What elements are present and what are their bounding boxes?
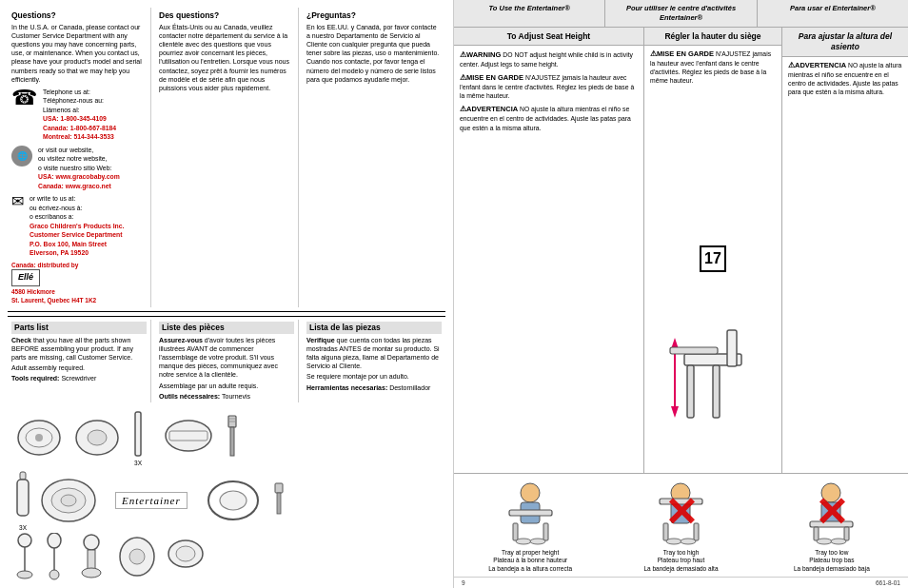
warning2-title: ⚠MISE EN GARDE xyxy=(460,73,525,82)
warning-fr1-title: ⚠MISE EN GARDE xyxy=(650,49,716,58)
svg-rect-20 xyxy=(277,493,281,514)
tray-img-high: ✕ xyxy=(650,480,712,546)
step-number: 17 xyxy=(700,245,726,272)
part-svg-1 xyxy=(13,417,66,460)
canada-address: 4580 HickmoreSt. Laurent, Quebec H4T 1K2 xyxy=(11,288,147,304)
write-details: or write to us at:ou écrivez-nous à:o es… xyxy=(30,194,124,258)
tray-label3-es: La bandeja demasiado baja xyxy=(794,565,870,573)
web-icon: 🌐 xyxy=(11,146,32,167)
svg-point-16 xyxy=(61,495,76,506)
illus-item-bottle: 3X xyxy=(13,470,32,531)
illus-item-ring xyxy=(203,477,265,524)
illus-item-toy5 xyxy=(165,533,207,580)
liste-adult: Assemblage par un adulte requis. xyxy=(159,382,294,390)
illustrations-area: 3X xyxy=(8,406,445,470)
questions-phone-block: ☎ Telephone us at:Téléphonez-nous au:Llá… xyxy=(11,88,147,142)
illus-entertainer-logo: Entertainer xyxy=(115,492,188,509)
svg-point-29 xyxy=(82,568,101,578)
svg-rect-41 xyxy=(670,347,718,354)
des-questions-body: Aux États-Unis ou au Canada, veuillez co… xyxy=(159,23,294,92)
tray-label3-en: Tray too low xyxy=(815,549,848,557)
illus-item-toy4 xyxy=(116,533,159,580)
questions-web-block: 🌐 or visit our website,ou visitez notre … xyxy=(11,146,147,191)
lista-adult: Se requiere montaje por un adulto. xyxy=(306,372,442,381)
illus-item-toy3 xyxy=(72,533,110,580)
parts-list-section: Parts list Check that you have all the p… xyxy=(8,320,151,402)
illus-item-1 xyxy=(13,417,66,460)
adjust-title: To Adjust Seat Height xyxy=(454,28,643,46)
header3-text: Para usar el Entertainer® xyxy=(790,4,876,12)
svg-point-18 xyxy=(220,491,247,510)
svg-point-62 xyxy=(831,539,846,544)
svg-point-23 xyxy=(17,571,32,578)
header2-text: Pour utiliser le centre d'activités Ente… xyxy=(626,4,736,22)
web-label: or visit our website,ou visitez notre we… xyxy=(38,146,120,173)
lista-piezas-body: Verifique que cuenta con todas las pieza… xyxy=(306,336,442,370)
parts-list-title: Parts list xyxy=(11,322,147,334)
illustrations-row3 xyxy=(8,529,445,584)
right-header: To Use the Entertainer® Pour utiliser le… xyxy=(454,0,908,28)
chair-diagram xyxy=(644,284,781,473)
phone-label: Telephone us at:Téléphonez-nous au:Lláme… xyxy=(43,88,116,115)
reglar-content: ⚠MISE EN GARDE N'AJUSTEZ jamais la haute… xyxy=(644,46,781,235)
tray-label2-fr: Plateau trop haut xyxy=(658,557,705,564)
svg-rect-12 xyxy=(20,472,26,480)
header-cell-3: Para usar el Entertainer® xyxy=(758,0,908,27)
left-page: Questions? In the U.S.A. or Canada, plea… xyxy=(0,0,454,588)
tray-img-low: ✕ xyxy=(800,480,862,546)
part-svg-tray xyxy=(38,474,100,526)
part-svg-toy1 xyxy=(13,533,37,580)
header1-text: To Use the Entertainer® xyxy=(489,4,570,12)
write-address: Graco Children's Products Inc.Customer S… xyxy=(30,222,124,258)
warning2: ⚠MISE EN GARDE N'AJUSTEZ jamais la haute… xyxy=(460,73,638,100)
lista-piezas-title: Lista de las piezas xyxy=(306,322,442,334)
part-svg-toy4 xyxy=(116,533,159,580)
warning1: ⚠WARNING DO NOT adjust height while chil… xyxy=(460,50,638,69)
header-cell-1: To Use the Entertainer® xyxy=(454,0,605,27)
tray-img-correct xyxy=(500,480,562,546)
svg-point-24 xyxy=(48,533,61,548)
parts-row: Parts list Check that you have all the p… xyxy=(8,316,445,402)
svg-point-61 xyxy=(817,539,832,544)
illus-item-toy1 xyxy=(13,533,37,580)
part-svg-screw xyxy=(223,414,242,461)
illus-item-toy2 xyxy=(43,533,67,580)
tray-label3-fr: Plateau trop bas xyxy=(809,557,854,564)
parts-check: Check that you have all the parts shown … xyxy=(11,336,147,362)
parts-tools: Tools required: Screwdriver xyxy=(11,374,147,382)
phone-canada: Canada: 1-800-667-8184 xyxy=(43,124,116,133)
svg-point-48 xyxy=(530,539,545,544)
illus-item-3 xyxy=(160,417,217,460)
tray-item-correct: Tray at proper height Plateau à la bonne… xyxy=(458,480,602,573)
svg-point-21 xyxy=(18,534,31,547)
elle-logo: Ellé xyxy=(11,269,40,286)
svg-point-27 xyxy=(84,535,99,550)
questions-write-block: ✉ or write to us at:ou écrivez-nous à:o … xyxy=(11,194,147,258)
svg-point-4 xyxy=(88,430,107,445)
svg-point-47 xyxy=(516,539,531,544)
liste-tools: Outils nécessaires: Tournevis xyxy=(159,392,294,401)
adjust-column: To Adjust Seat Height ⚠WARNING DO NOT ad… xyxy=(454,28,644,473)
warning-block: ⚠WARNING DO NOT adjust height while chil… xyxy=(454,46,643,473)
phone-usa: USA: 1-800-345-4109 xyxy=(43,114,116,124)
x-mark-high: ✕ xyxy=(664,486,698,539)
illus-item-screw xyxy=(223,414,242,461)
tray-label2-es: La bandeja demasiado alta xyxy=(643,565,718,573)
warning-fr1: ⚠MISE EN GARDE N'AJUSTEZ jamais la haute… xyxy=(650,49,776,86)
svg-rect-37 xyxy=(713,365,720,418)
svg-marker-40 xyxy=(671,406,679,418)
svg-rect-5 xyxy=(135,412,141,456)
part-svg-tall xyxy=(129,410,147,458)
svg-point-42 xyxy=(521,483,540,502)
warning-es-title: ⚠ADVERTENCIA xyxy=(788,61,848,69)
warning1-title: ⚠WARNING xyxy=(460,50,503,59)
svg-rect-19 xyxy=(275,483,283,493)
para-title: Para ajustar la altura del asiento xyxy=(782,28,908,57)
svg-point-26 xyxy=(49,570,59,579)
tray-correct-svg xyxy=(500,480,562,546)
tray-item-low: ✕ Tray too low Plateau trop bas La bande… xyxy=(760,480,904,573)
liste-pieces-section: Liste des pièces Assurez-vous d'avoir to… xyxy=(155,320,299,402)
web-canada: Canada: www.graco.net xyxy=(38,182,120,191)
reglar-column: Régler la hauter du siège ⚠MISE EN GARDE… xyxy=(644,28,782,473)
write-label: or write to us at:ou écrivez-nous à:o es… xyxy=(30,194,124,222)
